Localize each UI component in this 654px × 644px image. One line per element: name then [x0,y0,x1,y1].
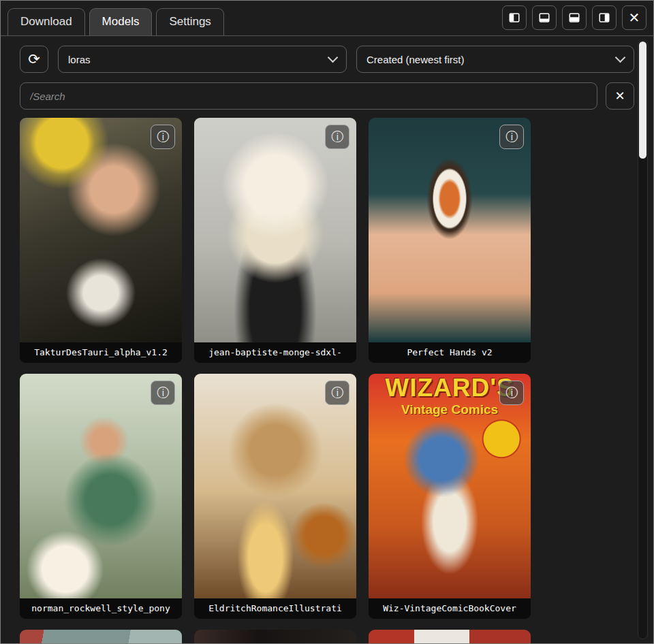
info-icon: ⓘ [157,385,169,401]
info-button[interactable]: ⓘ [325,381,349,405]
header-bar: Download Models Settings [1,1,653,36]
controls-row: ⟳ loras Created (newest first) [1,36,653,73]
chevron-down-icon [328,52,339,63]
model-card[interactable] [20,630,182,643]
info-icon: ⓘ [505,385,518,401]
panel-left-icon [508,12,520,24]
model-card[interactable]: ⓘ norman_rockwell_style_pony [20,374,182,619]
tab-download[interactable]: Download [7,8,85,35]
info-button[interactable]: ⓘ [151,125,175,149]
scrollbar-track[interactable] [638,40,648,639]
panel-bottom-button[interactable] [532,5,557,30]
refresh-icon: ⟳ [28,51,40,67]
model-name: jean-baptiste-monge-sdxl- [194,342,356,363]
close-icon: ✕ [629,11,640,25]
panel-left-button[interactable] [502,5,527,30]
info-icon: ⓘ [157,129,169,145]
info-icon: ⓘ [331,129,343,145]
window-buttons: ✕ [502,5,647,35]
model-name: norman_rockwell_style_pony [20,598,182,619]
tab-models[interactable]: Models [89,8,153,35]
model-card[interactable] [369,630,531,643]
model-thumbnail: WIZARD'S Vintage Comics ⓘ [369,374,531,598]
info-icon: ⓘ [505,129,518,145]
model-thumbnail: ⓘ [20,118,182,342]
model-card[interactable]: ⓘ EldritchRomanceIllustrati [194,374,356,619]
model-card[interactable] [194,630,356,643]
panel-bottom-large-button[interactable] [562,5,587,30]
scrollbar-thumb[interactable] [639,42,647,159]
model-name: Perfect Hands v2 [369,342,531,363]
panel-right-button[interactable] [592,5,617,30]
search-row: ✕ [1,73,653,110]
info-button[interactable]: ⓘ [499,381,524,405]
info-button[interactable]: ⓘ [151,381,175,405]
sort-select[interactable]: Created (newest first) [356,46,634,73]
panel-bottom-icon [538,12,550,24]
sort-value: Created (newest first) [367,54,464,65]
tab-bar: Download Models Settings [7,8,224,35]
clear-search-button[interactable]: ✕ [606,82,634,110]
model-thumbnail: ⓘ [194,374,356,598]
model-browser-window: Download Models Settings [0,0,654,644]
model-name: EldritchRomanceIllustrati [194,598,356,619]
model-thumbnail: ⓘ [194,118,356,342]
info-icon: ⓘ [331,385,343,401]
model-card[interactable]: ⓘ Perfect Hands v2 [369,118,531,363]
model-grid: ⓘ TakturDesTauri_alpha_v1.2 ⓘ jean-bapti… [1,118,653,643]
refresh-button[interactable]: ⟳ [20,46,48,73]
model-thumbnail: ⓘ [20,374,182,598]
tab-settings[interactable]: Settings [156,8,223,35]
model-name: Wiz-VintageComicBookCover [369,598,531,619]
model-thumbnail [194,630,356,643]
model-type-select[interactable]: loras [58,46,347,73]
model-card[interactable]: WIZARD'S Vintage Comics ⓘ Wiz-VintageCom… [369,374,531,619]
model-card[interactable]: ⓘ jean-baptiste-monge-sdxl- [194,118,356,363]
info-button[interactable]: ⓘ [325,125,349,149]
panel-right-icon [598,12,610,24]
model-thumbnail [20,630,182,643]
model-thumbnail [369,630,531,643]
chevron-down-icon [615,52,626,63]
close-button[interactable]: ✕ [622,5,647,30]
close-icon: ✕ [614,88,625,103]
model-card[interactable]: ⓘ TakturDesTauri_alpha_v1.2 [20,118,182,363]
model-thumbnail: ⓘ [369,118,531,342]
model-name: TakturDesTauri_alpha_v1.2 [20,342,182,363]
model-type-value: loras [68,54,91,65]
search-input[interactable] [20,82,597,110]
panel-bottom-large-icon [568,12,580,24]
info-button[interactable]: ⓘ [499,125,524,149]
